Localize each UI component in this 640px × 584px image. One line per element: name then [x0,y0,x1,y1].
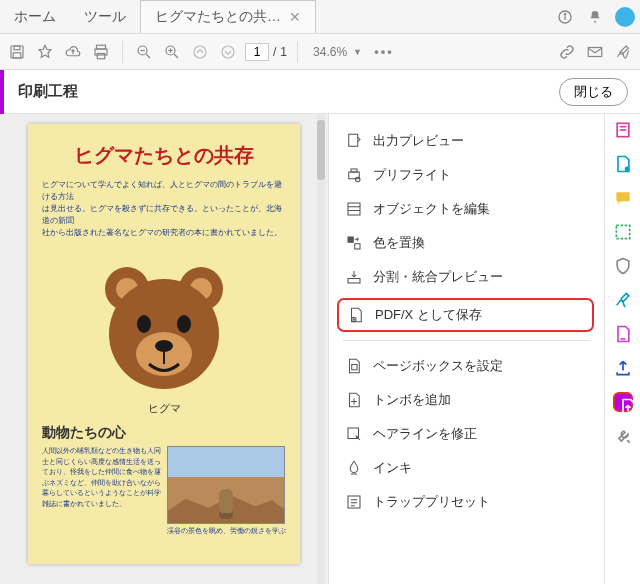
zoom-dropdown[interactable]: 34.6%▼ [308,42,367,62]
panel-header: 印刷工程 閉じる [0,70,640,114]
item-label: 出力プレビュー [373,132,464,150]
rail-wrench-icon[interactable] [613,426,633,446]
rail-dashed-box-icon[interactable] [613,222,633,242]
tab-home[interactable]: ホーム [0,0,70,33]
bell-icon[interactable] [580,0,610,33]
doc-body-2: は見出せる。ヒグマを殺さずに共存できる。といったことが、北海道の新聞 [42,203,286,227]
item-trap-presets[interactable]: トラッププリセット [329,485,604,519]
rail-upload-icon[interactable] [613,358,633,378]
item-flatten-preview[interactable]: 分割・統合プレビュー [329,260,604,294]
item-output-preview[interactable]: 出力プレビュー [329,124,604,158]
svg-rect-5 [14,46,20,50]
item-label: ヘアラインを修正 [373,425,477,443]
item-label: トラッププリセット [373,493,490,511]
item-label: オブジェクトを編集 [373,200,490,218]
tab-document-label: ヒグマたちとの共… [155,8,281,26]
page-up-icon[interactable] [189,41,211,63]
doc-body-3: 社から出版された著名なヒグマの研究者の本に書かれていました。 [42,227,286,239]
svg-rect-37 [355,244,360,249]
pdf-page: ヒグマたちとの共存 ヒグマについて学んでよく知れば、人とヒグマの間のトラブルを避… [28,124,300,564]
svg-rect-31 [351,169,357,172]
rail-export-icon[interactable] [613,154,633,174]
svg-line-14 [174,54,178,58]
svg-point-27 [177,315,191,333]
cloud-upload-icon[interactable] [62,41,84,63]
zoom-out-icon[interactable] [133,41,155,63]
rail-shield-icon[interactable] [613,256,633,276]
save-icon[interactable] [6,41,28,63]
panel-title: 印刷工程 [18,82,78,101]
chevron-down-icon: ▼ [353,47,362,57]
svg-rect-29 [349,134,358,146]
svg-point-52 [624,167,629,172]
bear-caption: ヒグマ [42,401,286,416]
item-label: ページボックスを設定 [373,357,503,375]
bear-illustration [89,249,239,399]
svg-point-26 [137,315,151,333]
doc-column-text: 人間以外の哺乳類などの生き物も人同士と同じくらい高度な感情生活を送っており、怪我… [42,446,161,536]
item-edit-object[interactable]: オブジェクトを編集 [329,192,604,226]
rail-document-icon[interactable] [613,324,633,344]
item-label: プリフライト [373,166,451,184]
item-preflight[interactable]: プリフライト [329,158,604,192]
panel-divider [343,340,590,341]
item-label: PDF/X として保存 [375,306,482,324]
vertical-scrollbar[interactable] [317,114,325,584]
close-panel-button[interactable]: 閉じる [559,78,628,106]
info-icon[interactable] [550,0,580,33]
more-icon[interactable]: ••• [373,41,395,63]
svg-rect-36 [348,237,353,242]
page-current-input[interactable] [245,43,269,61]
page-total: 1 [280,45,287,59]
item-label: 分割・統合プレビュー [373,268,503,286]
rail-comment-icon[interactable] [613,188,633,208]
item-save-as-pdfx[interactable]: PDF/X として保存 [337,298,594,332]
svg-rect-38 [348,279,360,284]
close-tab-icon[interactable]: ✕ [289,9,301,25]
svg-point-2 [564,13,565,14]
item-add-trim-marks[interactable]: トンボを追加 [329,383,604,417]
document-viewport[interactable]: ヒグマたちとの共存 ヒグマについて学んでよく知れば、人とヒグマの間のトラブルを避… [0,114,328,584]
svg-line-11 [146,54,150,58]
doc-title: ヒグマたちとの共存 [42,142,286,169]
link-icon[interactable] [556,41,578,63]
svg-rect-33 [348,203,360,215]
rail-sign-icon[interactable] [613,290,633,310]
rail-page-icon[interactable] [613,120,633,140]
item-page-boxes[interactable]: ページボックスを設定 [329,349,604,383]
doc-photo [167,446,285,524]
item-label: 色を置換 [373,234,425,252]
zoom-value: 34.6% [313,45,347,59]
svg-point-32 [356,177,361,182]
main-area: ヒグマたちとの共存 ヒグマについて学んでよく知れば、人とヒグマの間のトラブルを避… [0,114,640,584]
user-avatar[interactable] [610,0,640,33]
rail-print-production-icon[interactable] [613,392,633,412]
svg-point-18 [222,46,234,58]
doc-subheading: 動物たちの心 [42,424,286,442]
print-production-panel: 出力プレビュー プリフライト オブジェクトを編集 色を置換 分割・統合プレビュー… [328,114,640,584]
star-icon[interactable] [34,41,56,63]
svg-line-56 [627,440,630,443]
doc-body-1: ヒグマについて学んでよく知れば、人とヒグマの間のトラブルを避ける方法 [42,179,286,203]
svg-point-3 [594,20,596,22]
scrollbar-thumb[interactable] [317,120,325,180]
item-replace-color[interactable]: 色を置換 [329,226,604,260]
item-fix-hairlines[interactable]: ヘアラインを修正 [329,417,604,451]
svg-rect-54 [616,225,629,238]
item-ink[interactable]: インキ [329,451,604,485]
page-down-icon[interactable] [217,41,239,63]
svg-point-28 [155,340,173,352]
tab-document[interactable]: ヒグマたちとの共… ✕ [140,0,316,33]
svg-rect-6 [13,52,21,57]
tab-tools[interactable]: ツール [70,0,140,33]
item-label: トンボを追加 [373,391,451,409]
window-tabs: ホーム ツール ヒグマたちとの共… ✕ [0,0,640,34]
svg-rect-53 [616,192,629,201]
mail-icon[interactable] [584,41,606,63]
svg-rect-19 [588,47,602,56]
print-icon[interactable] [90,41,112,63]
sign-icon[interactable] [612,41,634,63]
main-toolbar: / 1 34.6%▼ ••• [0,34,640,70]
zoom-in-icon[interactable] [161,41,183,63]
svg-rect-9 [97,53,105,58]
